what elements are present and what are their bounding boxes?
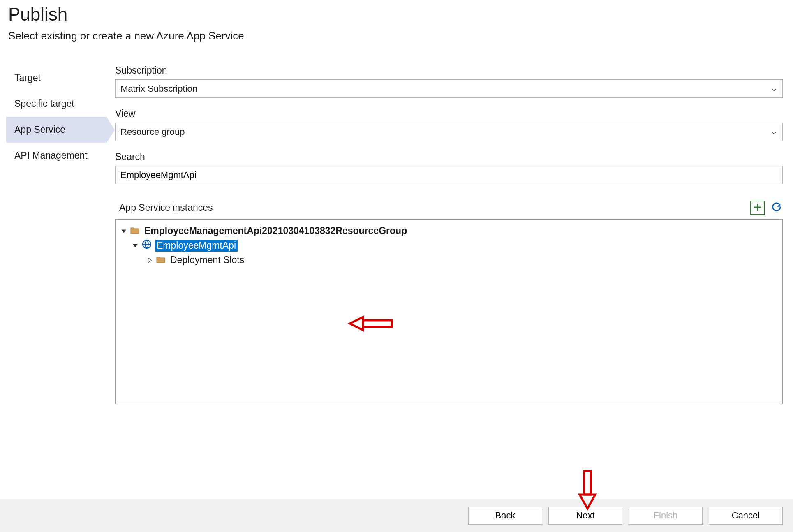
tree-node-label: EmployeeMgmtApi xyxy=(155,240,238,252)
instances-tree[interactable]: EmployeeManagementApi20210304103832Resou… xyxy=(115,219,783,404)
search-input[interactable] xyxy=(115,166,783,184)
tree-node-resource-group[interactable]: EmployeeManagementApi20210304103832Resou… xyxy=(120,224,778,238)
svg-rect-2 xyxy=(584,471,591,495)
tree-node-deployment-slots[interactable]: Deployment Slots xyxy=(120,253,778,267)
annotation-arrow-right-icon xyxy=(347,315,393,334)
collapse-icon[interactable] xyxy=(132,243,139,248)
chevron-down-icon xyxy=(772,83,777,94)
page-subtitle: Select existing or create a new Azure Ap… xyxy=(8,30,785,42)
collapse-icon[interactable] xyxy=(120,229,127,234)
webapp-icon xyxy=(142,239,152,252)
finish-button: Finish xyxy=(629,507,703,525)
sidebar-item-target[interactable]: Target xyxy=(6,65,107,91)
cancel-button[interactable]: Cancel xyxy=(709,507,783,525)
refresh-button[interactable] xyxy=(770,202,783,214)
svg-rect-1 xyxy=(363,320,392,327)
subscription-label: Subscription xyxy=(115,65,783,76)
view-value: Resource group xyxy=(120,127,185,137)
subscription-dropdown[interactable]: Matrix Subscription xyxy=(115,79,783,98)
expand-icon[interactable] xyxy=(146,258,153,263)
page-title: Publish xyxy=(8,4,785,25)
sidebar-item-specific-target[interactable]: Specific target xyxy=(6,91,107,117)
tree-node-app[interactable]: EmployeeMgmtApi xyxy=(120,238,778,253)
annotation-arrow-down-icon xyxy=(577,470,598,513)
tree-node-label: Deployment Slots xyxy=(169,254,246,266)
tree-node-label: EmployeeManagementApi20210304103832Resou… xyxy=(143,225,409,237)
instances-label: App Service instances xyxy=(115,202,213,213)
chevron-down-icon xyxy=(772,127,777,137)
wizard-sidebar: Target Specific target App Service API M… xyxy=(0,65,107,404)
refresh-icon xyxy=(771,201,782,215)
back-button[interactable]: Back xyxy=(468,507,542,525)
folder-icon xyxy=(156,254,165,266)
plus-icon xyxy=(753,202,763,214)
wizard-footer: Back Next Finish Cancel xyxy=(0,499,793,532)
sidebar-item-app-service[interactable]: App Service xyxy=(6,117,107,143)
view-dropdown[interactable]: Resource group xyxy=(115,123,783,141)
view-label: View xyxy=(115,108,783,119)
create-new-button[interactable] xyxy=(750,201,765,215)
sidebar-item-api-management[interactable]: API Management xyxy=(6,143,107,169)
subscription-value: Matrix Subscription xyxy=(120,83,197,94)
search-label: Search xyxy=(115,151,783,162)
main-panel: Subscription Matrix Subscription View Re… xyxy=(107,65,793,404)
folder-icon xyxy=(130,225,139,236)
